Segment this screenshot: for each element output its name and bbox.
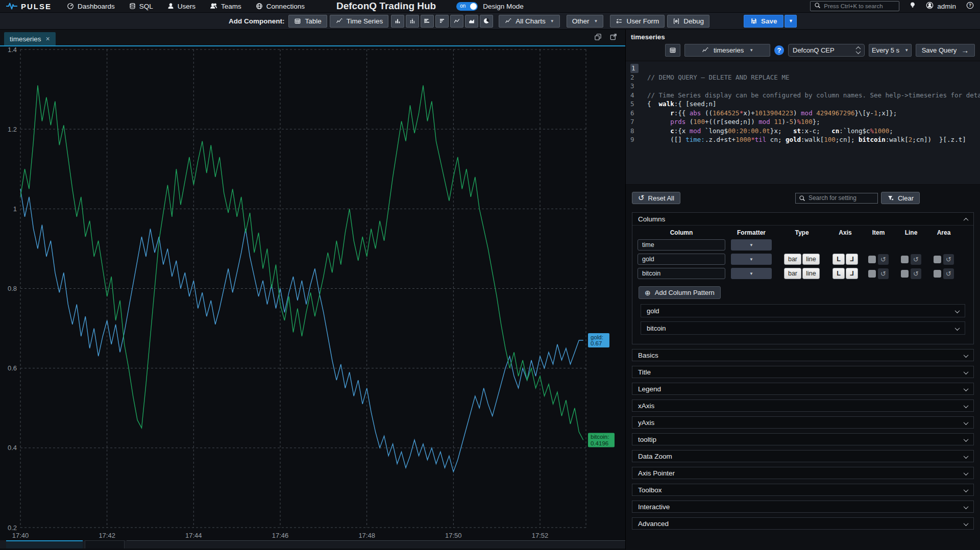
type-line-button[interactable]: line xyxy=(802,268,820,279)
add-pie-chart-button[interactable] xyxy=(480,15,493,28)
section-xaxis[interactable]: xAxis xyxy=(632,399,974,412)
column-subsection-gold[interactable]: gold xyxy=(641,304,965,317)
formatter-dropdown[interactable]: ▼ xyxy=(731,268,772,279)
axis-left-button[interactable]: L xyxy=(832,268,845,279)
save-button[interactable]: Save xyxy=(744,15,784,28)
add-line-chart-button[interactable] xyxy=(450,15,463,28)
section-axis-pointer[interactable]: Axis Pointer xyxy=(632,467,974,479)
timeseries-chart[interactable]: 1.41.210.80.60.40.217:4017:4217:4417:461… xyxy=(0,46,625,540)
notifications-icon[interactable] xyxy=(910,2,916,11)
reset-icon: ↺ xyxy=(638,193,645,203)
design-mode-toggle[interactable]: on xyxy=(456,2,478,11)
column-name-input[interactable] xyxy=(638,268,725,279)
area-color-swatch[interactable] xyxy=(934,270,941,278)
section-yaxis[interactable]: yAxis xyxy=(632,416,974,429)
add-bar-chart-alt-button[interactable] xyxy=(435,15,449,28)
help-badge-icon[interactable]: ? xyxy=(774,45,784,55)
nav-item-dashboards[interactable]: Dashboards xyxy=(67,3,115,10)
section-legend[interactable]: Legend xyxy=(632,383,974,395)
type-bar-button[interactable]: bar xyxy=(784,268,801,279)
nav-item-connections[interactable]: Connections xyxy=(256,3,305,10)
line-color-swatch[interactable] xyxy=(901,256,909,263)
user-menu[interactable]: admin xyxy=(926,2,956,11)
add-column-pattern-button[interactable]: ⊕ Add Column Pattern xyxy=(639,286,721,299)
section-label: Axis Pointer xyxy=(638,469,675,477)
setting-search[interactable] xyxy=(795,193,878,204)
nav-item-users[interactable]: Users xyxy=(167,3,195,10)
help-icon[interactable]: ? xyxy=(966,2,974,11)
column-subsection-bitcoin[interactable]: bitcoin xyxy=(641,321,965,335)
nav-item-sql[interactable]: SQL xyxy=(129,3,153,10)
axis-right-button[interactable]: L xyxy=(846,268,858,279)
code-line: // DEMO QUERY — DELETE AND REPLACE ME xyxy=(647,73,980,82)
search-input[interactable] xyxy=(824,3,890,9)
chart-canvas[interactable]: 1.41.210.80.60.40.217:4017:4217:4417:461… xyxy=(0,46,625,540)
nav-item-teams[interactable]: Teams xyxy=(210,3,241,10)
setting-search-input[interactable] xyxy=(808,194,870,202)
axis-right-button[interactable]: L xyxy=(846,254,858,265)
code-line: ([] time:.z.d+st+1000*til cn; gold:walk[… xyxy=(647,135,980,144)
formatter-dropdown[interactable]: ▼ xyxy=(731,254,772,265)
other-button[interactable]: Other ▼ xyxy=(567,15,604,28)
debug-button[interactable]: Debug xyxy=(667,15,709,28)
tab-timeseries[interactable]: timeseries × xyxy=(4,32,56,45)
column-name-input[interactable] xyxy=(638,239,725,251)
reset-all-button[interactable]: ↺ Reset All xyxy=(632,192,680,204)
database-icon xyxy=(129,3,136,10)
data-grid-button[interactable] xyxy=(665,44,680,57)
clear-filter-button[interactable]: Clear xyxy=(881,192,920,204)
top-navbar: PULSE DashboardsSQLUsersTeamsConnections… xyxy=(0,0,980,13)
area-reset-icon[interactable]: ↺ xyxy=(943,268,954,279)
add-column-chart-button[interactable] xyxy=(391,15,404,28)
section-columns[interactable]: Columns xyxy=(632,213,973,226)
series-line-bitcoin[interactable] xyxy=(20,85,583,440)
area-reset-icon[interactable]: ↺ xyxy=(943,254,954,265)
column-name-input[interactable] xyxy=(638,254,725,265)
section-advanced[interactable]: Advanced xyxy=(632,517,974,530)
section-basics[interactable]: Basics xyxy=(632,349,974,361)
bottom-tab-active[interactable] xyxy=(6,540,83,548)
area-color-swatch[interactable] xyxy=(934,256,941,263)
global-search[interactable] xyxy=(810,1,899,11)
item-color-swatch[interactable] xyxy=(868,270,876,278)
line-reset-icon[interactable]: ↺ xyxy=(911,268,921,279)
section-interactive[interactable]: Interactive xyxy=(632,501,974,513)
axis-left-button[interactable]: L xyxy=(832,254,845,265)
chevron-down-icon xyxy=(964,385,968,393)
add-bar-chart-button[interactable] xyxy=(421,15,434,28)
section-toolbox[interactable]: Toolbox xyxy=(632,484,974,496)
line-reset-icon[interactable]: ↺ xyxy=(911,254,921,265)
save-query-button[interactable]: Save Query → xyxy=(916,44,975,57)
save-dropdown-button[interactable]: ▼ xyxy=(785,15,797,28)
refresh-interval-dropdown[interactable]: Every 5 s ▼ xyxy=(869,44,912,57)
add-table-button[interactable]: Table xyxy=(288,15,327,28)
section-tooltip[interactable]: tooltip xyxy=(632,433,974,445)
all-charts-label: All Charts xyxy=(516,17,546,25)
open-external-icon[interactable] xyxy=(609,33,617,41)
section-title[interactable]: Title xyxy=(632,366,974,378)
item-reset-icon[interactable]: ↺ xyxy=(878,268,889,279)
section-data-zoom[interactable]: Data Zoom xyxy=(632,450,974,462)
formatter-dropdown[interactable]: ▼ xyxy=(731,239,772,251)
duplicate-icon[interactable] xyxy=(594,33,602,41)
line-color-swatch[interactable] xyxy=(901,270,909,278)
query-code-editor[interactable]: 123456789 // DEMO QUERY — DELETE AND REP… xyxy=(626,61,980,185)
type-bar-button[interactable]: bar xyxy=(784,254,801,265)
series-line-gold[interactable] xyxy=(20,189,583,471)
display-type-dropdown[interactable]: timeseries ▼ xyxy=(684,44,770,57)
item-color-swatch[interactable] xyxy=(868,256,876,263)
pulse-logo[interactable]: PULSE xyxy=(6,2,52,11)
user-form-button[interactable]: User Form xyxy=(610,15,665,28)
code-content[interactable]: // DEMO QUERY — DELETE AND REPLACE ME //… xyxy=(641,61,980,184)
bottom-tab[interactable] xyxy=(85,540,125,548)
add-timeseries-button[interactable]: Time Series xyxy=(330,15,389,28)
item-reset-icon[interactable]: ↺ xyxy=(878,254,889,265)
add-stacked-column-chart-button[interactable] xyxy=(406,15,419,28)
connection-select[interactable]: DefconQ CEP xyxy=(788,44,865,57)
y-tick-label: 0.4 xyxy=(8,444,17,452)
close-icon[interactable]: × xyxy=(46,35,50,43)
type-line-button[interactable]: line xyxy=(802,254,820,265)
add-area-chart-button[interactable] xyxy=(465,15,478,28)
subsection-label: gold xyxy=(647,307,659,315)
all-charts-button[interactable]: All Charts ▼ xyxy=(499,15,559,28)
